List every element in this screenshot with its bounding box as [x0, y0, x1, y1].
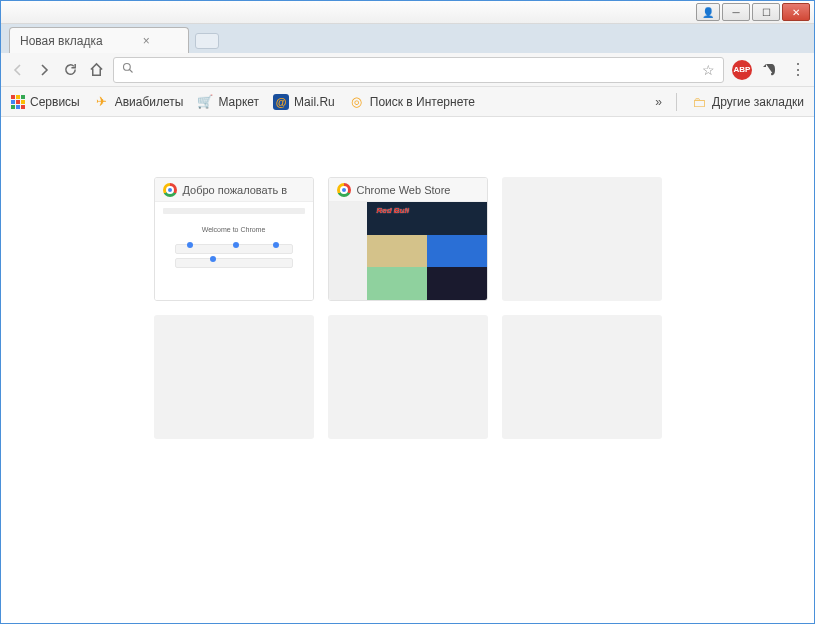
tile-thumbnail: Red Bull [329, 202, 487, 300]
home-button[interactable] [87, 61, 105, 79]
adblock-plus-icon[interactable]: ABP [732, 60, 752, 80]
bookmark-label: Авиабилеты [115, 95, 184, 109]
search-icon [122, 62, 134, 77]
tile-chrome-web-store[interactable]: Chrome Web Store Red Bull [328, 177, 488, 301]
svg-point-0 [124, 64, 131, 71]
tile-empty[interactable] [154, 315, 314, 439]
other-bookmarks-label: Другие закладки [712, 95, 804, 109]
bookmarks-bar: Сервисы ✈ Авиабилеты 🛒 Маркет @ Mail.Ru … [1, 87, 814, 117]
forward-button[interactable] [35, 61, 53, 79]
tile-thumbnail: Welcome to Chrome [155, 202, 313, 300]
tile-title: Добро пожаловать в [183, 184, 288, 196]
apps-button[interactable]: Сервисы [11, 95, 80, 109]
tile-empty[interactable] [328, 315, 488, 439]
back-button[interactable] [9, 61, 27, 79]
evernote-icon[interactable] [760, 60, 780, 80]
thumb-text: Red Bull [377, 206, 409, 215]
plane-icon: ✈ [94, 94, 110, 110]
chrome-logo-icon [163, 183, 177, 197]
menu-button[interactable]: ⋮ [788, 61, 806, 79]
mailru-icon: @ [273, 94, 289, 110]
close-window-button[interactable]: ✕ [782, 3, 810, 21]
bookmark-label: Mail.Ru [294, 95, 335, 109]
address-bar[interactable]: ☆ [113, 57, 724, 83]
minimize-button[interactable]: ─ [722, 3, 750, 21]
tab-new-tab[interactable]: Новая вкладка × [9, 27, 189, 53]
tile-title: Chrome Web Store [357, 184, 451, 196]
apps-icon [11, 95, 25, 109]
tile-welcome-chrome[interactable]: Добро пожаловать в Welcome to Chrome [154, 177, 314, 301]
thumb-text: Welcome to Chrome [155, 226, 313, 233]
bookmarks-overflow-button[interactable]: » [655, 95, 662, 109]
bookmark-aviabilety[interactable]: ✈ Авиабилеты [94, 94, 184, 110]
tile-empty[interactable] [502, 177, 662, 301]
maximize-button[interactable]: ☐ [752, 3, 780, 21]
bookmark-mailru[interactable]: @ Mail.Ru [273, 94, 335, 110]
cart-icon: 🛒 [197, 94, 213, 110]
tile-header: Chrome Web Store [329, 178, 487, 202]
most-visited-tiles: Добро пожаловать в Welcome to Chrome Chr… [154, 177, 662, 439]
chrome-logo-icon [337, 183, 351, 197]
reload-button[interactable] [61, 61, 79, 79]
bookmark-label: Поиск в Интернете [370, 95, 475, 109]
close-tab-icon[interactable]: × [143, 34, 150, 48]
svg-line-1 [130, 70, 133, 73]
bookmark-search[interactable]: ◎ Поиск в Интернете [349, 94, 475, 110]
divider [676, 93, 677, 111]
bookmark-market[interactable]: 🛒 Маркет [197, 94, 259, 110]
other-bookmarks-button[interactable]: 🗀 Другие закладки [691, 94, 804, 110]
bookmark-star-icon[interactable]: ☆ [702, 62, 715, 78]
new-tab-button[interactable] [195, 33, 219, 49]
folder-icon: 🗀 [691, 94, 707, 110]
apps-label: Сервисы [30, 95, 80, 109]
url-input[interactable] [140, 62, 696, 77]
search-bookmark-icon: ◎ [349, 94, 365, 110]
window-titlebar: 👤 ─ ☐ ✕ [1, 1, 814, 24]
toolbar: ☆ ABP ⋮ [1, 53, 814, 87]
new-tab-page: Добро пожаловать в Welcome to Chrome Chr… [1, 117, 814, 439]
tile-empty[interactable] [502, 315, 662, 439]
bookmark-label: Маркет [218, 95, 259, 109]
tab-strip: Новая вкладка × [1, 24, 814, 53]
user-profile-button[interactable]: 👤 [696, 3, 720, 21]
tile-header: Добро пожаловать в [155, 178, 313, 202]
tab-title: Новая вкладка [20, 34, 103, 48]
